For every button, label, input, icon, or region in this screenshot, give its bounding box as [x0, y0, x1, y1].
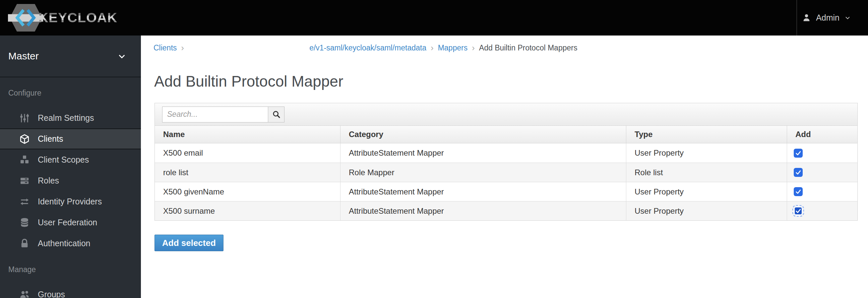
mapper-table-panel: Name Category Type Add X500 email Attrib… [155, 103, 858, 221]
roles-icon [19, 176, 30, 186]
search-input[interactable] [162, 107, 268, 122]
cell-name: X500 surname [155, 202, 340, 220]
sidebar-item-identity-providers[interactable]: Identity Providers [0, 191, 141, 212]
user-icon [802, 13, 811, 22]
cube-icon [19, 134, 30, 144]
add-checkbox[interactable] [794, 206, 803, 215]
sidebar-item-user-federation[interactable]: User Federation [0, 212, 141, 233]
breadcrumb-separator-icon: › [181, 43, 184, 53]
check-icon [795, 188, 802, 195]
sidebar-section-label: Configure [8, 89, 141, 97]
add-checkbox[interactable] [794, 168, 803, 177]
cell-add [787, 163, 858, 182]
cell-type: User Property [626, 143, 787, 162]
cell-type: User Property [626, 202, 787, 220]
table-row: X500 givenName AttributeStatement Mapper… [155, 182, 858, 201]
table-body: X500 email AttributeStatement Mapper Use… [155, 143, 858, 220]
cell-category: AttributeStatement Mapper [340, 202, 626, 220]
lock-icon [19, 238, 30, 249]
logo-wordmark: KEYCLOAK [38, 10, 117, 26]
column-header-add: Add [787, 126, 858, 143]
sidebar: Master Configure Realm Settings Clients … [0, 35, 141, 298]
column-header-category: Category [340, 126, 626, 143]
cell-category: AttributeStatement Mapper [340, 143, 626, 162]
cell-category: AttributeStatement Mapper [340, 182, 626, 201]
cubes-icon [19, 155, 30, 165]
breadcrumb-separator-icon: › [472, 43, 475, 53]
table-row: X500 surname AttributeStatement Mapper U… [155, 201, 858, 220]
cell-name: role list [155, 163, 340, 182]
table-header-row: Name Category Type Add [155, 126, 858, 143]
chevron-down-icon [117, 52, 126, 61]
add-selected-button[interactable]: Add selected [155, 235, 223, 251]
add-checkbox[interactable] [794, 187, 803, 196]
users-icon [19, 289, 30, 298]
sidebar-item-authentication[interactable]: Authentication [0, 233, 141, 254]
exchange-icon [19, 197, 30, 207]
header-divider [796, 0, 797, 35]
table-row: X500 email AttributeStatement Mapper Use… [155, 143, 858, 162]
realm-selector[interactable]: Master [0, 35, 141, 77]
app-header: KEYCLOAK Admin [0, 0, 868, 35]
user-menu[interactable]: Admin [802, 0, 851, 35]
sidebar-item-groups[interactable]: Groups [0, 284, 141, 298]
table-row: role list Role Mapper Role list [155, 162, 858, 182]
cell-name: X500 givenName [155, 182, 340, 201]
realm-name: Master [8, 51, 39, 62]
cell-type: User Property [626, 182, 787, 201]
page-title: Add Builtin Protocol Mapper [154, 71, 343, 91]
column-header-type: Type [626, 126, 787, 143]
cell-add [787, 143, 858, 162]
chevron-down-icon [844, 14, 851, 21]
breadcrumb-current-add-builtin-protocol-mappers: Add Builtin Protocol Mappers [479, 43, 578, 53]
sidebar-item-client-scopes[interactable]: Client Scopes [0, 149, 141, 170]
column-header-name: Name [155, 126, 340, 143]
search-button[interactable] [268, 107, 284, 122]
user-name: Admin [816, 13, 839, 23]
sidebar-item-realm-settings[interactable]: Realm Settings [0, 108, 141, 128]
cell-add [787, 202, 858, 220]
cell-type: Role list [626, 163, 787, 182]
breadcrumb-separator-icon: › [431, 43, 434, 53]
search-icon [272, 110, 280, 118]
sidebar-item-roles[interactable]: Roles [0, 170, 141, 191]
cell-name: X500 email [155, 143, 340, 162]
keycloak-logo[interactable]: KEYCLOAK [8, 2, 117, 33]
breadcrumb-link-clients[interactable]: Clients [154, 43, 177, 53]
breadcrumb-link-mappers[interactable]: Mappers [438, 43, 467, 53]
sliders-icon [19, 113, 30, 123]
sidebar-section-label: Manage [8, 265, 141, 274]
sidebar-item-clients[interactable]: Clients [0, 128, 141, 149]
database-icon [19, 217, 30, 228]
sidebar-nav: Configure Realm Settings Clients Client … [0, 89, 141, 298]
breadcrumb: Clients›e/v1-saml/keycloak/saml/metadata… [154, 43, 577, 53]
check-icon [795, 150, 802, 157]
main-content: Clients›e/v1-saml/keycloak/saml/metadata… [141, 35, 868, 298]
add-checkbox[interactable] [794, 149, 803, 158]
cell-category: Role Mapper [340, 163, 626, 182]
search-band [155, 103, 858, 126]
check-icon [795, 169, 802, 176]
cell-add [787, 182, 858, 201]
breadcrumb-link-client-saml-metadata[interactable]: e/v1-saml/keycloak/saml/metadata [188, 43, 426, 53]
check-icon [795, 207, 802, 214]
